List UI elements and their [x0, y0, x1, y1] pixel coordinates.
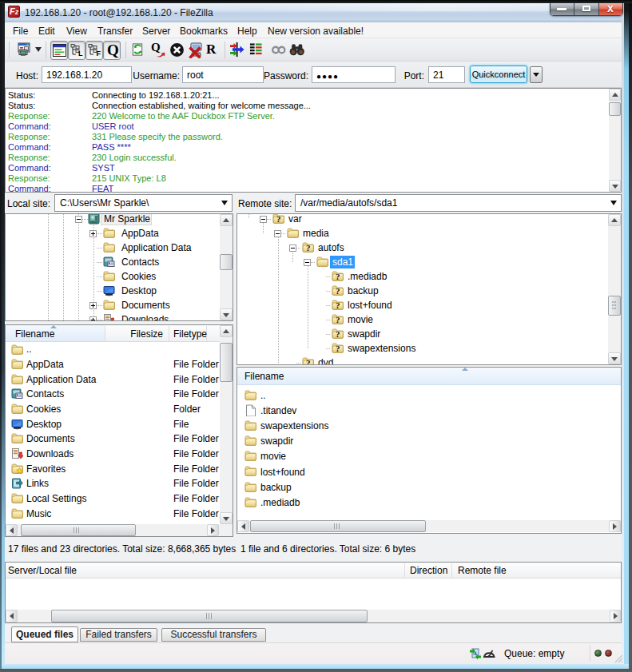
svg-text:F: F	[97, 50, 101, 57]
svg-text:L: L	[78, 50, 83, 57]
